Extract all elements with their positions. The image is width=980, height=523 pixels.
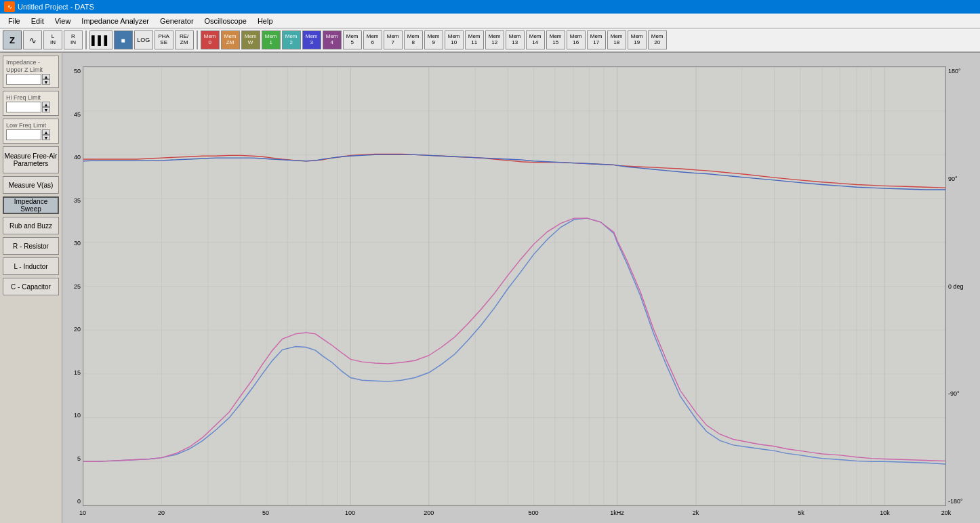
upper-z-input[interactable]: 50 Ohms xyxy=(6,74,41,85)
mem18-button[interactable]: Mem18 xyxy=(607,30,626,49)
mem5-button[interactable]: Mem5 xyxy=(343,30,362,49)
phase-90: 90° xyxy=(946,175,980,182)
lo-freq-spin[interactable]: 10 Hz ▲ ▼ xyxy=(6,129,56,140)
chart-area: DATS Ohms 50 45 40 35 30 25 20 15 10 5 0… xyxy=(62,53,980,523)
mem16-button[interactable]: Mem16 xyxy=(567,30,586,49)
mem4-button[interactable]: Mem4 xyxy=(323,30,342,49)
phase-button[interactable]: PHASE xyxy=(155,30,173,49)
y-label-15: 15 xyxy=(62,369,83,376)
x-axis: 10 20 50 100 200 500 1kHz 2k 5k 10k 20k xyxy=(83,505,946,520)
l-in-button[interactable]: LIN xyxy=(43,30,62,49)
c-capacitor-button[interactable]: C - Capacitor xyxy=(3,278,59,295)
x-label-10k: 10k xyxy=(880,509,890,516)
upper-z-label: Upper Z Limit xyxy=(6,66,56,73)
mem20-button[interactable]: Mem20 xyxy=(648,30,667,49)
y-label-30: 30 xyxy=(62,240,83,247)
mem11-button[interactable]: Mem11 xyxy=(465,30,484,49)
lo-freq-up[interactable]: ▲ xyxy=(42,129,50,135)
lo-freq-down[interactable]: ▼ xyxy=(42,135,50,140)
mem17-button[interactable]: Mem17 xyxy=(587,30,606,49)
y-axis-left: 50 45 40 35 30 25 20 15 10 5 0 xyxy=(62,66,83,506)
measure-free-air-button[interactable]: Measure Free-Air Parameters xyxy=(3,146,59,173)
mem15-button[interactable]: Mem15 xyxy=(546,30,565,49)
upper-z-up[interactable]: ▲ xyxy=(42,74,50,79)
main-content: Impedance - Upper Z Limit 50 Ohms ▲ ▼ Hi… xyxy=(0,53,980,523)
phase-0: 0 deg xyxy=(946,283,980,290)
mem14-button[interactable]: Mem14 xyxy=(526,30,545,49)
memw-button[interactable]: MemW xyxy=(241,30,260,49)
phase-180: 180° xyxy=(946,68,980,75)
menu-impedance-analyzer[interactable]: Impedance Analyzer xyxy=(76,16,155,26)
x-label-500: 500 xyxy=(529,509,539,516)
dot-button[interactable]: ■ xyxy=(114,30,133,49)
mem12-button[interactable]: Mem12 xyxy=(485,30,504,49)
wave-button[interactable]: ∿ xyxy=(23,30,42,49)
hi-freq-label: Hi Freq Limit xyxy=(6,94,56,101)
r-resistor-button[interactable]: R - Resistor xyxy=(3,237,59,255)
upper-z-down[interactable]: ▼ xyxy=(42,79,50,85)
hi-freq-spin[interactable]: 20 kHz ▲ ▼ xyxy=(6,102,56,112)
mem9-button[interactable]: Mem9 xyxy=(424,30,443,49)
chart-plot xyxy=(83,66,946,506)
mem8-button[interactable]: Mem8 xyxy=(404,30,423,49)
x-label-20: 20 xyxy=(158,509,165,516)
hi-freq-down[interactable]: ▼ xyxy=(42,107,50,112)
x-label-10: 10 xyxy=(79,509,86,516)
x-label-100: 100 xyxy=(345,509,355,516)
mem13-button[interactable]: Mem13 xyxy=(506,30,525,49)
mem2-button[interactable]: Mem2 xyxy=(282,30,301,49)
menubar: File Edit View Impedance Analyzer Genera… xyxy=(0,14,980,28)
y-label-5: 5 xyxy=(62,455,83,462)
z-button[interactable]: Z xyxy=(3,30,22,49)
log-button[interactable]: LOG xyxy=(134,30,153,49)
toolbar: Z ∿ LIN RIN ▌▌▌ ■ LOG PHASE RE/ZM Mem0 M… xyxy=(0,28,980,53)
phase-neg180: -180° xyxy=(946,498,980,505)
titlebar: ∿ Untitled Project - DATS xyxy=(0,0,980,14)
measure-vas-button[interactable]: Measure V(as) xyxy=(3,176,59,194)
mem0-button[interactable]: Mem0 xyxy=(201,30,220,49)
x-label-200: 200 xyxy=(424,509,434,516)
hi-freq-input[interactable]: 20 kHz xyxy=(6,102,41,112)
chart-svg xyxy=(83,67,945,505)
upper-z-spin[interactable]: 50 Ohms ▲ ▼ xyxy=(6,74,56,85)
lo-freq-settings: Low Freq Limit 10 Hz ▲ ▼ xyxy=(3,119,59,144)
mem10-button[interactable]: Mem10 xyxy=(445,30,464,49)
menu-edit[interactable]: Edit xyxy=(26,16,49,26)
impedance-sweep-button[interactable]: Impedance Sweep xyxy=(3,196,59,214)
rub-buzz-button[interactable]: Rub and Buzz xyxy=(3,217,59,234)
mem19-button[interactable]: Mem19 xyxy=(628,30,647,49)
y-label-50: 50 xyxy=(62,68,83,75)
menu-file[interactable]: File xyxy=(3,16,26,26)
sep1 xyxy=(85,30,87,49)
mem6-button[interactable]: Mem6 xyxy=(363,30,382,49)
y-axis-right: 180° 90° 0 deg -90° -180° xyxy=(946,66,980,506)
y-label-20: 20 xyxy=(62,326,83,333)
y-label-10: 10 xyxy=(62,412,83,419)
left-panel: Impedance - Upper Z Limit 50 Ohms ▲ ▼ Hi… xyxy=(0,53,62,523)
menu-generator[interactable]: Generator xyxy=(155,16,199,26)
r-in-button[interactable]: RIN xyxy=(64,30,83,49)
impedance-label: Impedance - xyxy=(6,59,56,66)
rezm-button[interactable]: RE/ZM xyxy=(175,30,194,49)
lo-freq-input[interactable]: 10 Hz xyxy=(6,129,41,140)
mem1-button[interactable]: Mem1 xyxy=(262,30,281,49)
impedance-settings: Impedance - Upper Z Limit 50 Ohms ▲ ▼ xyxy=(3,56,59,88)
hi-freq-up[interactable]: ▲ xyxy=(42,102,50,107)
x-label-2k: 2k xyxy=(693,509,699,516)
x-label-50: 50 xyxy=(262,509,269,516)
menu-view[interactable]: View xyxy=(49,16,77,26)
mem7-button[interactable]: Mem7 xyxy=(384,30,403,49)
memzm-button[interactable]: MemZM xyxy=(221,30,240,49)
y-label-35: 35 xyxy=(62,197,83,204)
l-inductor-button[interactable]: L - Inductor xyxy=(3,257,59,275)
menu-oscilloscope[interactable]: Oscilloscope xyxy=(199,16,252,26)
bar-chart-button[interactable]: ▌▌▌ xyxy=(89,30,113,49)
menu-help[interactable]: Help xyxy=(252,16,279,26)
x-label-5k: 5k xyxy=(798,509,804,516)
y-label-45: 45 xyxy=(62,111,83,118)
lo-freq-label: Low Freq Limit xyxy=(6,122,56,129)
y-label-25: 25 xyxy=(62,283,83,290)
title-text: Untitled Project - DATS xyxy=(18,3,94,11)
app-icon: ∿ xyxy=(4,1,15,12)
mem3-button[interactable]: Mem3 xyxy=(302,30,321,49)
